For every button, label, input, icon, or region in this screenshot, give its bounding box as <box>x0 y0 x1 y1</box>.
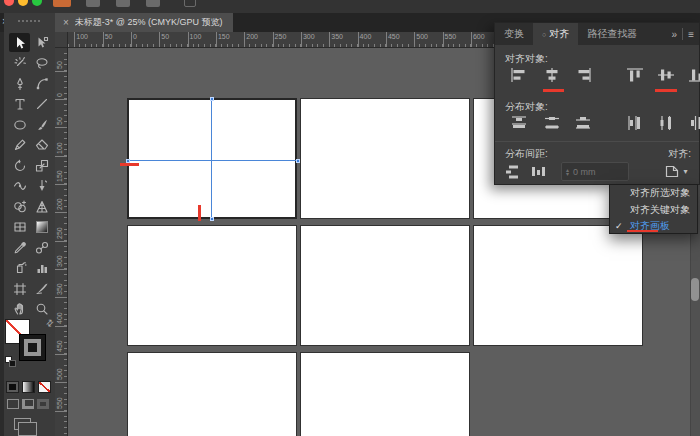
align-to-dropdown-menu: 对齐所选对象对齐关键对象✓对齐画板 <box>609 184 698 234</box>
selection-tool[interactable] <box>9 33 30 52</box>
gradient-button[interactable] <box>22 381 35 393</box>
align-v-center-button[interactable] <box>656 66 676 83</box>
hruler-label: 0 <box>133 33 137 40</box>
align-left-button[interactable] <box>509 66 529 83</box>
dist-h-center-button[interactable] <box>656 114 676 131</box>
align-bottom-button[interactable] <box>687 66 700 83</box>
titlebar-icon-3[interactable] <box>146 0 160 7</box>
share-icon[interactable] <box>184 0 196 7</box>
panel-menu-icon[interactable]: ≡ <box>683 23 699 45</box>
hruler-label: 400 <box>360 33 372 40</box>
hruler-label: 600 <box>473 33 485 40</box>
panel-divider <box>495 141 699 142</box>
paintbrush-tool[interactable] <box>31 115 52 134</box>
tab-align[interactable]: ○对齐 <box>533 23 578 45</box>
color-button[interactable] <box>6 381 19 393</box>
perspective-grid-tool[interactable] <box>31 197 52 216</box>
menu-item-1[interactable]: 对齐所选对象 <box>610 185 697 202</box>
scale-tool[interactable] <box>31 156 52 175</box>
tab-align-indicator-icon: ○ <box>542 31 546 38</box>
direct-selection-tool[interactable] <box>31 33 52 52</box>
tab-pathfinder[interactable]: 路径查找器 <box>578 23 646 45</box>
hand-tool[interactable] <box>9 300 30 319</box>
dist-bottom-button[interactable] <box>573 114 593 131</box>
titlebar-icon-2[interactable] <box>116 0 130 7</box>
space-v-button[interactable] <box>503 163 523 180</box>
align-right-button[interactable] <box>573 66 593 83</box>
ruler-corner[interactable] <box>55 32 68 48</box>
traffic-light-minimize[interactable] <box>18 0 28 6</box>
selected-horizontal-path[interactable] <box>127 160 298 161</box>
screen-mode-icon[interactable] <box>14 418 31 430</box>
artboard-6[interactable] <box>473 225 643 346</box>
curvature-tool[interactable] <box>31 74 52 93</box>
draw-normal-mode-icon[interactable] <box>7 399 19 409</box>
vruler-label: 400 <box>56 312 63 324</box>
vruler-label: 250 <box>56 227 63 239</box>
space-h-button[interactable] <box>529 163 549 180</box>
width-tool[interactable] <box>9 177 30 196</box>
traffic-light-close[interactable] <box>4 0 14 6</box>
dist-v-center-button[interactable] <box>542 114 562 131</box>
lasso-tool[interactable] <box>31 54 52 73</box>
document-tab[interactable]: × 未标题-3* @ 25% (CMYK/GPU 预览) <box>55 13 233 32</box>
align-to-button[interactable]: ▾ <box>658 161 694 182</box>
blend-tool[interactable] <box>31 238 52 257</box>
magic-wand-tool[interactable] <box>9 54 30 73</box>
anchor-point-1[interactable] <box>210 97 214 101</box>
artboard-2[interactable] <box>300 98 470 219</box>
artboard-4[interactable] <box>127 225 297 346</box>
mesh-tool[interactable] <box>9 218 30 237</box>
slice-tool[interactable] <box>31 279 52 298</box>
artboard-1[interactable] <box>127 98 297 219</box>
column-graph-tool[interactable] <box>31 259 52 278</box>
stroke-swatch[interactable] <box>19 334 46 361</box>
selected-vertical-path[interactable] <box>211 99 212 219</box>
titlebar-icon-1[interactable] <box>86 0 100 7</box>
dist-right-button[interactable] <box>687 114 700 131</box>
align-top-button[interactable] <box>625 66 645 83</box>
hruler-label: 50 <box>105 33 113 40</box>
pen-tool[interactable] <box>9 74 30 93</box>
vertical-scrollbar-thumb[interactable] <box>691 278 699 301</box>
artboard-5[interactable] <box>300 225 470 346</box>
symbol-sprayer-tool[interactable] <box>9 259 30 278</box>
align-h-center-button[interactable] <box>542 66 562 83</box>
tools-panel-drag-handle[interactable] <box>18 20 40 22</box>
align-panel: 变换 ○对齐 路径查找器 » ≡ 对齐对象: 分布对象: 分布间距: 对齐: ▴… <box>494 22 700 185</box>
stepper-arrows-icon[interactable]: ▴▾ <box>566 168 569 176</box>
tab-close-icon[interactable]: × <box>63 18 69 28</box>
panel-collapse-icon[interactable]: » <box>667 23 683 45</box>
line-segment-tool[interactable] <box>31 95 52 114</box>
eraser-tool[interactable] <box>31 136 52 155</box>
gradient-tool[interactable] <box>31 218 52 237</box>
hruler-label: 300 <box>303 33 315 40</box>
spacing-value-stepper[interactable]: ▴▾ 0 mm <box>561 162 629 181</box>
anchor-point-4[interactable] <box>296 159 300 163</box>
dist-top-button[interactable] <box>509 114 529 131</box>
vruler-label: 0 <box>56 93 63 97</box>
puppet-warp-tool[interactable] <box>31 177 52 196</box>
ellipse-tool[interactable] <box>9 115 30 134</box>
traffic-light-zoom[interactable] <box>32 0 42 6</box>
anchor-point-3[interactable] <box>126 159 130 163</box>
artboard-tool[interactable] <box>9 279 30 298</box>
rotate-tool[interactable] <box>9 156 30 175</box>
draw-inside-mode-icon[interactable] <box>37 399 49 409</box>
shape-builder-tool[interactable] <box>9 197 30 216</box>
menu-item-2[interactable]: 对齐关键对象 <box>610 202 697 219</box>
none-button[interactable] <box>38 381 51 393</box>
pencil-tool[interactable] <box>9 136 30 155</box>
artboard-8[interactable] <box>300 352 470 436</box>
type-tool[interactable] <box>9 95 30 114</box>
dist-left-button[interactable] <box>625 114 645 131</box>
align-to-label: 对齐: <box>668 147 691 161</box>
anchor-point-2[interactable] <box>210 217 214 221</box>
artboard-7[interactable] <box>127 352 297 436</box>
vruler-label: 50 <box>56 61 63 69</box>
menu-item-3[interactable]: ✓对齐画板 <box>610 218 697 235</box>
draw-behind-mode-icon[interactable] <box>22 399 34 409</box>
eyedropper-tool[interactable] <box>9 238 30 257</box>
panel-tab-bar: 变换 ○对齐 路径查找器 » ≡ <box>495 23 699 45</box>
tab-transform[interactable]: 变换 <box>495 23 533 45</box>
